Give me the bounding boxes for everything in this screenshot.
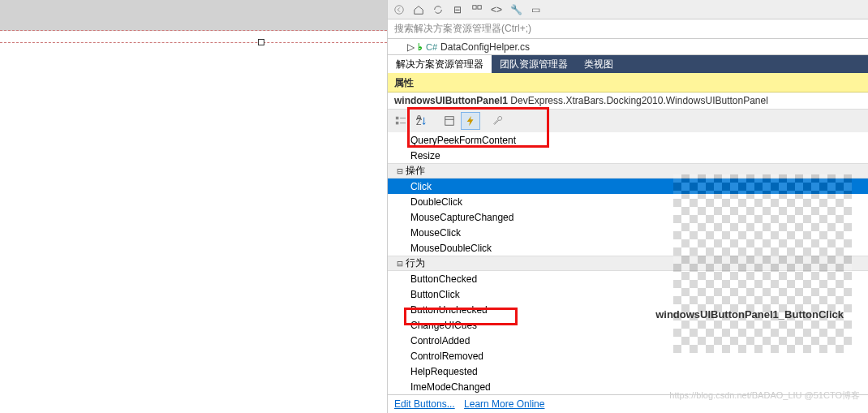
event-row[interactable]: ButtonChecked — [388, 271, 868, 286]
svg-rect-4 — [396, 122, 399, 125]
categorized-icon[interactable] — [391, 112, 410, 130]
tab-class-view[interactable]: 类视图 — [576, 55, 621, 73]
edit-buttons-link[interactable]: Edit Buttons... — [394, 398, 455, 410]
home-icon[interactable] — [410, 2, 427, 17]
svg-point-0 — [395, 5, 404, 14]
file-name: DataConfigHelper.cs — [440, 41, 530, 53]
wrench-icon[interactable] — [488, 112, 508, 130]
expand-icon[interactable]: ▷ — [407, 41, 415, 53]
show-all-icon[interactable] — [469, 2, 485, 17]
event-row[interactable]: ControlAdded — [388, 333, 868, 348]
preview-icon[interactable]: ▭ — [527, 2, 544, 17]
svg-rect-2 — [478, 5, 481, 8]
collapse-icon[interactable]: ⊟ — [394, 166, 406, 177]
back-icon[interactable] — [391, 2, 407, 17]
sync-icon[interactable] — [430, 2, 446, 17]
panel-tabs: 解决方案资源管理器 团队资源管理器 类视图 — [388, 55, 868, 73]
event-row[interactable]: Resize — [388, 148, 868, 163]
qr-code-label: windowsUIButtonPanel1_ButtonClick — [655, 308, 844, 321]
collapse-icon[interactable]: ⊟ — [449, 2, 466, 17]
svg-text:Z: Z — [416, 117, 422, 127]
properties-toolbar: AZ — [388, 110, 868, 132]
search-input[interactable]: 搜索解决方案资源管理器(Ctrl+;) — [388, 19, 868, 39]
event-row[interactable]: MouseClick — [388, 225, 868, 240]
properties-event-list: QueryPeekFormContent Resize ⊟操作 Click Do… — [388, 132, 868, 394]
code-icon[interactable]: <> — [488, 2, 505, 17]
learn-more-link[interactable]: Learn More Online — [464, 398, 544, 410]
event-row[interactable]: MouseDoubleClick — [388, 240, 868, 256]
resize-handle[interactable] — [258, 39, 264, 45]
event-row[interactable]: HelpRequested — [388, 364, 868, 379]
tab-solution-explorer[interactable]: 解决方案资源管理器 — [388, 55, 492, 73]
event-row-click[interactable]: Click — [388, 179, 868, 194]
selected-object-label[interactable]: windowsUIButtonPanel1 DevExpress.XtraBar… — [388, 92, 868, 110]
event-row[interactable]: MouseCaptureChanged — [388, 209, 868, 225]
svg-rect-9 — [445, 117, 454, 126]
event-row[interactable]: DoubleClick — [388, 194, 868, 209]
file-tree-item[interactable]: ▷ ♭ C# DataConfigHelper.cs — [388, 39, 868, 55]
solution-explorer-toolbar: ⊟ <> 🔧 ▭ — [388, 0, 868, 19]
tab-team-explorer[interactable]: 团队资源管理器 — [492, 55, 576, 73]
svg-rect-3 — [396, 117, 399, 120]
designer-control-header[interactable] — [0, 0, 387, 31]
category-behavior[interactable]: ⊟行为 — [388, 256, 868, 271]
designer-surface[interactable] — [0, 0, 388, 413]
svg-rect-1 — [473, 5, 476, 8]
event-row[interactable]: ControlRemoved — [388, 348, 868, 364]
event-row[interactable]: QueryPeekFormContent — [388, 132, 868, 148]
category-action[interactable]: ⊟操作 — [388, 163, 868, 179]
csharp-icon: ♭ — [418, 41, 423, 53]
designer-guideline — [0, 42, 387, 43]
collapse-icon[interactable]: ⊟ — [394, 258, 406, 269]
watermark-text: https://blog.csdn.net/BADAO_LIU @51CTO博客 — [669, 389, 860, 402]
alphabetical-icon[interactable]: AZ — [412, 112, 432, 130]
properties-icon[interactable]: 🔧 — [508, 2, 524, 17]
event-row-buttonclick[interactable]: ButtonClick — [388, 286, 868, 302]
events-icon[interactable] — [461, 112, 480, 130]
properties-view-icon[interactable] — [440, 112, 459, 130]
file-type-badge: C# — [426, 42, 437, 52]
properties-panel-header: 属性 — [388, 73, 868, 92]
